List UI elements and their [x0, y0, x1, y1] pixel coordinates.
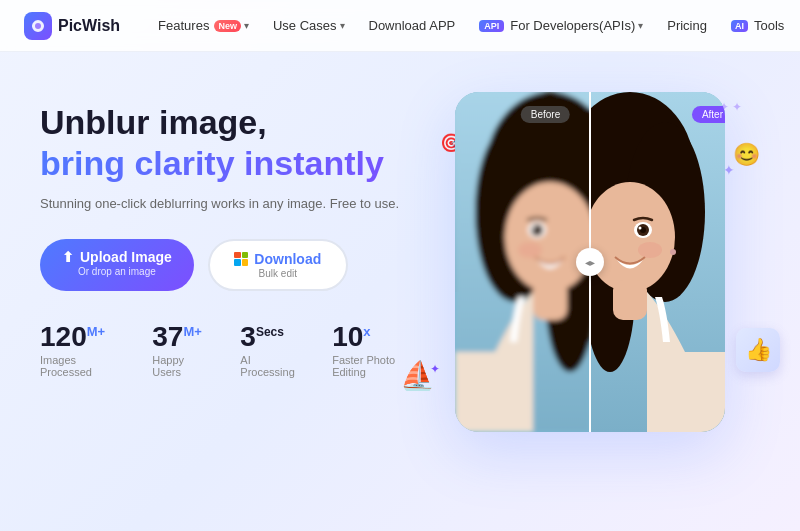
hero-title-line2: bring clarity instantly [40, 143, 420, 184]
nav-item-tools[interactable]: AI Tools [721, 13, 794, 38]
right-side: 😊 ✦ ✦ ✦ 🎯 [420, 82, 760, 432]
svg-point-0 [35, 23, 41, 29]
cta-buttons: ⬆ Upload Image Or drop an image Download… [40, 239, 420, 291]
windows-icon [234, 252, 248, 266]
stats-row: 120M+ Images Processed 37M+ Happy Users … [40, 323, 420, 378]
main-content: Unblur image, bring clarity instantly St… [0, 52, 800, 531]
logo-text: PicWish [58, 17, 120, 35]
deco-sticker: 👍 [736, 328, 780, 372]
hero-title-line1: Unblur image, [40, 102, 420, 143]
svg-rect-22 [533, 280, 567, 320]
logo-icon [24, 12, 52, 40]
svg-point-26 [533, 227, 536, 230]
nav-item-features[interactable]: Features New ▾ [148, 13, 259, 38]
stat-label-speed: Faster Photo Editing [332, 354, 420, 378]
divider-handle[interactable]: ◂▸ [576, 248, 604, 276]
stat-number-speed: 10x [332, 323, 370, 351]
nav-items: Features New ▾ Use Cases ▾ Download APP … [148, 13, 794, 38]
after-label: After [692, 106, 725, 123]
logo[interactable]: PicWish [24, 12, 120, 40]
download-label: Download [254, 251, 321, 267]
stat-users: 37M+ Happy Users [152, 323, 208, 378]
svg-point-15 [638, 242, 662, 258]
chevron-icon: ▾ [244, 20, 249, 31]
svg-point-14 [639, 227, 642, 230]
stat-label-images: Images Processed [40, 354, 120, 378]
stat-speed: 10x Faster Photo Editing [332, 323, 420, 378]
upload-icon: ⬆ [62, 249, 74, 265]
nav-item-download[interactable]: Download APP [359, 13, 466, 38]
stat-number-images: 120M+ [40, 323, 105, 351]
stat-label-users: Happy Users [152, 354, 208, 378]
svg-point-21 [505, 182, 595, 292]
nav-item-use-cases[interactable]: Use Cases ▾ [263, 13, 355, 38]
download-button[interactable]: Download Bulk edit [208, 239, 348, 291]
svg-point-27 [518, 242, 542, 258]
stat-label-processing: AI Processing [240, 354, 300, 378]
chevron-icon: ▾ [638, 20, 643, 31]
hero-subtitle: Stunning one-click deblurring works in a… [40, 196, 420, 211]
stat-number-processing: 3Secs [240, 323, 284, 351]
svg-point-16 [670, 249, 676, 255]
nav-item-pricing[interactable]: Pricing [657, 13, 717, 38]
before-after-container: ◂▸ Before After [455, 92, 725, 432]
deco-emoji-smile: 😊 [733, 142, 760, 168]
new-badge: New [214, 20, 241, 32]
upload-button[interactable]: ⬆ Upload Image Or drop an image [40, 239, 194, 291]
left-side: Unblur image, bring clarity instantly St… [40, 82, 420, 378]
before-label: Before [521, 106, 570, 123]
upload-label: Upload Image [80, 249, 172, 265]
stat-images: 120M+ Images Processed [40, 323, 120, 378]
download-sublabel: Bulk edit [259, 268, 297, 279]
upload-sublabel: Or drop an image [78, 266, 156, 277]
nav-item-developers[interactable]: API For Developers(APIs) ▾ [469, 13, 653, 38]
stat-number-users: 37M+ [152, 323, 202, 351]
svg-point-9 [585, 182, 675, 292]
navbar: PicWish Features New ▾ Use Cases ▾ Downl… [0, 0, 800, 52]
ai-badge: AI [731, 20, 748, 32]
api-badge: API [479, 20, 504, 32]
chevron-icon: ▾ [340, 20, 345, 31]
svg-rect-10 [613, 280, 647, 320]
stat-processing: 3Secs AI Processing [240, 323, 300, 378]
